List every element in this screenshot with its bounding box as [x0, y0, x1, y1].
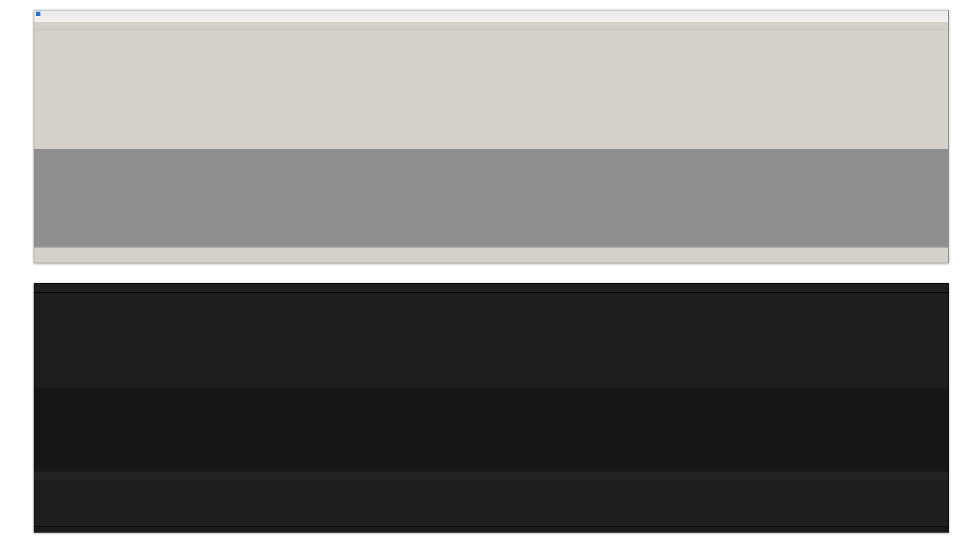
vegas-pro-14-window [34, 10, 949, 263]
status-bar [34, 254, 948, 262]
app-icon [36, 12, 40, 16]
main-toolbar [34, 22, 948, 29]
timeline-area [34, 388, 948, 470]
main-area [34, 29, 948, 149]
transport-toolbar [34, 471, 948, 480]
color-grading-panel [34, 479, 948, 525]
timeline-area [34, 149, 948, 247]
status-bar [34, 526, 948, 533]
main-toolbar [34, 283, 948, 293]
vegas-pro-dark-window [34, 283, 949, 533]
main-area [34, 293, 948, 388]
